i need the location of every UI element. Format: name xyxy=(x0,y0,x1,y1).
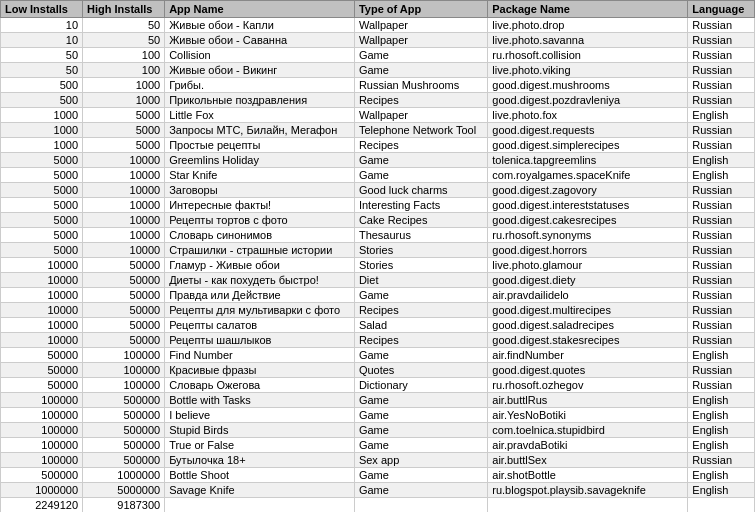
table-cell: ru.rhosoft.synonyms xyxy=(488,228,688,243)
table-cell: Рецепты шашлыков xyxy=(165,333,355,348)
table-cell: 50000 xyxy=(83,258,165,273)
table-cell: 10000 xyxy=(1,288,83,303)
table-cell: 500000 xyxy=(83,423,165,438)
table-cell: Game xyxy=(354,468,487,483)
table-row: 100000500000Stupid BirdsGamecom.toelnica… xyxy=(1,423,755,438)
table-cell: Рецепты тортов с фото xyxy=(165,213,355,228)
table-row: 1050Живые обои - КаплиWallpaperlive.phot… xyxy=(1,18,755,33)
table-cell: Russian xyxy=(688,318,755,333)
table-cell: air.buttlSex xyxy=(488,453,688,468)
table-row: 500010000Интересные факты!Interesting Fa… xyxy=(1,198,755,213)
table-cell: English xyxy=(688,468,755,483)
table-cell: Salad xyxy=(354,318,487,333)
table-cell: English xyxy=(688,438,755,453)
table-cell: Russian xyxy=(688,138,755,153)
table-cell: good.digest.zagovory xyxy=(488,183,688,198)
table-row: 5001000Прикольные поздравленияRecipesgoo… xyxy=(1,93,755,108)
table-cell: 1000 xyxy=(1,108,83,123)
table-row: 10005000Запросы МТС, Билайн, МегафонTele… xyxy=(1,123,755,138)
table-cell: ru.rhosoft.ozhegov xyxy=(488,378,688,393)
table-cell: 1000 xyxy=(1,138,83,153)
table-cell: Живые обои - Капли xyxy=(165,18,355,33)
table-cell: 2249120 xyxy=(1,498,83,513)
table-cell: Russian xyxy=(688,273,755,288)
table-cell: 10000 xyxy=(83,243,165,258)
table-cell xyxy=(688,498,755,513)
table-cell: 10000 xyxy=(83,168,165,183)
table-cell: air.shotBottle xyxy=(488,468,688,483)
table-cell: live.photo.fox xyxy=(488,108,688,123)
table-cell: ru.blogspot.playsib.savageknife xyxy=(488,483,688,498)
column-header: App Name xyxy=(165,1,355,18)
table-cell: Russian xyxy=(688,18,755,33)
table-cell: Find Number xyxy=(165,348,355,363)
table-cell: Stories xyxy=(354,243,487,258)
table-cell: Game xyxy=(354,288,487,303)
table-cell: good.digest.diety xyxy=(488,273,688,288)
table-cell: Russian xyxy=(688,48,755,63)
table-row: 5001000Грибы.Russian Mushroomsgood.diges… xyxy=(1,78,755,93)
table-cell: 5000 xyxy=(1,228,83,243)
table-cell: English xyxy=(688,168,755,183)
table-cell: English xyxy=(688,393,755,408)
table-row: 1000050000Правда или ДействиеGameair.pra… xyxy=(1,288,755,303)
table-cell: Recipes xyxy=(354,303,487,318)
table-row: 1000050000Рецепты салатовSaladgood.diges… xyxy=(1,318,755,333)
table-cell: air.buttlRus xyxy=(488,393,688,408)
table-cell: good.digest.simplerecipes xyxy=(488,138,688,153)
table-cell: Star Knife xyxy=(165,168,355,183)
table-row: 1000050000Рецепты для мультиварки с фото… xyxy=(1,303,755,318)
table-cell: live.photo.savanna xyxy=(488,33,688,48)
table-row: 500010000Greemlins HolidayGametolenica.t… xyxy=(1,153,755,168)
table-cell: Wallpaper xyxy=(354,108,487,123)
table-cell: Recipes xyxy=(354,93,487,108)
table-cell: Russian xyxy=(688,333,755,348)
table-cell: Живые обои - Саванна xyxy=(165,33,355,48)
table-row: 22491209187300 xyxy=(1,498,755,513)
table-cell: 50000 xyxy=(1,378,83,393)
table-cell: 1000000 xyxy=(1,483,83,498)
table-cell: 100000 xyxy=(83,348,165,363)
table-cell: good.digest.saladrecipes xyxy=(488,318,688,333)
table-cell: live.photo.viking xyxy=(488,63,688,78)
column-header: Package Name xyxy=(488,1,688,18)
table-cell: Запросы МТС, Билайн, Мегафон xyxy=(165,123,355,138)
table-row: 10005000Little FoxWallpaperlive.photo.fo… xyxy=(1,108,755,123)
table-cell: Russian xyxy=(688,93,755,108)
table-cell: 9187300 xyxy=(83,498,165,513)
table-cell: Game xyxy=(354,438,487,453)
table-cell: 10 xyxy=(1,33,83,48)
column-header: Low Installs xyxy=(1,1,83,18)
table-cell: 100 xyxy=(83,48,165,63)
table-cell: 5000 xyxy=(1,243,83,258)
table-cell: Живые обои - Викинг xyxy=(165,63,355,78)
table-cell: Russian xyxy=(688,363,755,378)
table-row: 100000500000I believeGameair.YesNoBotiki… xyxy=(1,408,755,423)
table-cell: Простые рецепты xyxy=(165,138,355,153)
table-cell: Russian xyxy=(688,198,755,213)
table-cell: Diet xyxy=(354,273,487,288)
table-row: 500010000ЗаговорыGood luck charmsgood.di… xyxy=(1,183,755,198)
table-cell: I believe xyxy=(165,408,355,423)
table-row: 50100CollisionGameru.rhosoft.collisionRu… xyxy=(1,48,755,63)
table-cell: English xyxy=(688,483,755,498)
table-cell: True or False xyxy=(165,438,355,453)
table-cell: Russian xyxy=(688,183,755,198)
table-cell: good.digest.pozdravleniya xyxy=(488,93,688,108)
table-cell: 500000 xyxy=(1,468,83,483)
table-row: 100000500000Bottle with TasksGameair.but… xyxy=(1,393,755,408)
table-cell: Telephone Network Tool xyxy=(354,123,487,138)
table-cell: Интересные факты! xyxy=(165,198,355,213)
table-cell: Прикольные поздравления xyxy=(165,93,355,108)
table-row: 50000100000Словарь ОжеговаDictionaryru.r… xyxy=(1,378,755,393)
table-cell: 100000 xyxy=(1,393,83,408)
table-cell: 100000 xyxy=(83,378,165,393)
table-cell: Russian xyxy=(688,288,755,303)
table-cell: Russian xyxy=(688,258,755,273)
table-cell: air.pravdaBotiki xyxy=(488,438,688,453)
table-cell: Good luck charms xyxy=(354,183,487,198)
table-cell: 500000 xyxy=(83,393,165,408)
table-cell: Savage Knife xyxy=(165,483,355,498)
table-cell: Game xyxy=(354,153,487,168)
table-cell: Правда или Действие xyxy=(165,288,355,303)
